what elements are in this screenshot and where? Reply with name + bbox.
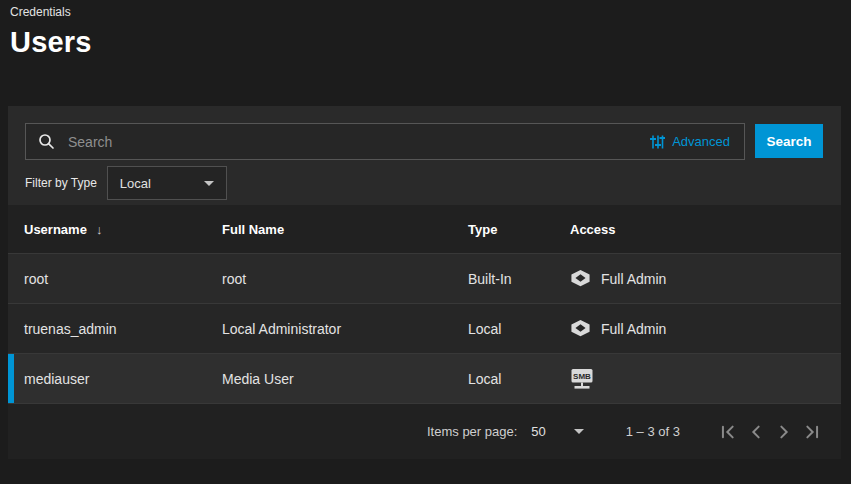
full-admin-box-icon xyxy=(570,319,591,338)
cell-full-name: Media User xyxy=(206,371,452,387)
svg-text:SMB: SMB xyxy=(573,372,591,381)
items-per-page-value: 50 xyxy=(531,424,545,439)
chevron-left-icon xyxy=(748,424,764,440)
filter-type-value: Local xyxy=(120,176,151,191)
filter-by-type-label: Filter by Type xyxy=(25,176,97,190)
cell-username: truenas_admin xyxy=(8,321,206,337)
advanced-search-button[interactable]: Advanced xyxy=(645,134,734,150)
filter-type-select[interactable]: Local xyxy=(107,166,227,200)
previous-page-button[interactable] xyxy=(747,423,765,441)
table-row-truenas-admin[interactable]: truenas_admin Local Administrator Local … xyxy=(8,303,841,353)
table-header: Username ↓ Full Name Type Access xyxy=(8,205,841,253)
cell-username: root xyxy=(8,271,206,287)
tune-icon xyxy=(649,134,665,150)
column-header-type[interactable]: Type xyxy=(452,222,554,237)
cell-full-name: root xyxy=(206,271,452,287)
column-header-username[interactable]: Username ↓ xyxy=(8,222,206,237)
search-box[interactable]: Advanced xyxy=(25,123,745,160)
access-label: Full Admin xyxy=(601,271,666,287)
next-page-button[interactable] xyxy=(775,423,793,441)
full-admin-box-icon xyxy=(570,269,591,288)
chevron-right-icon xyxy=(776,424,792,440)
table-row-root[interactable]: root root Built-In Full Admin xyxy=(8,253,841,303)
sort-desc-icon[interactable]: ↓ xyxy=(96,222,103,237)
cell-type: Built-In xyxy=(452,271,554,287)
cell-access: Full Admin xyxy=(554,269,841,288)
advanced-label: Advanced xyxy=(672,134,730,149)
items-per-page-label: Items per page: xyxy=(427,424,517,439)
access-label: Full Admin xyxy=(601,321,666,337)
column-header-access[interactable]: Access xyxy=(554,222,841,237)
search-button[interactable]: Search xyxy=(755,124,823,158)
cell-full-name: Local Administrator xyxy=(206,321,452,337)
users-card: Advanced Search Filter by Type Local Use… xyxy=(8,106,841,459)
column-header-full-name[interactable]: Full Name xyxy=(206,222,452,237)
last-page-icon xyxy=(804,424,820,440)
toolbar: Advanced Search Filter by Type Local xyxy=(8,106,841,200)
cell-access: SMB xyxy=(554,368,841,390)
pager xyxy=(719,423,821,441)
cell-username: mediauser xyxy=(8,371,206,387)
breadcrumb-credentials[interactable]: Credentials xyxy=(10,5,92,19)
search-input[interactable] xyxy=(68,134,645,150)
table-row-mediauser[interactable]: mediauser Media User Local SMB xyxy=(8,353,841,403)
cell-access: Full Admin xyxy=(554,319,841,338)
first-page-icon xyxy=(720,424,736,440)
smb-share-icon: SMB xyxy=(570,368,594,390)
cell-type: Local xyxy=(452,321,554,337)
last-page-button[interactable] xyxy=(803,423,821,441)
page-header: Credentials Users xyxy=(10,5,92,59)
page-title: Users xyxy=(10,26,92,59)
items-per-page-select[interactable]: 50 xyxy=(531,424,625,439)
search-icon xyxy=(38,133,55,150)
chevron-down-icon xyxy=(204,181,214,186)
pagination-range-label: 1 – 3 of 3 xyxy=(626,424,680,439)
cell-type: Local xyxy=(452,371,554,387)
table-footer: Items per page: 50 1 – 3 of 3 xyxy=(8,403,841,459)
first-page-button[interactable] xyxy=(719,423,737,441)
chevron-down-icon xyxy=(574,429,584,434)
